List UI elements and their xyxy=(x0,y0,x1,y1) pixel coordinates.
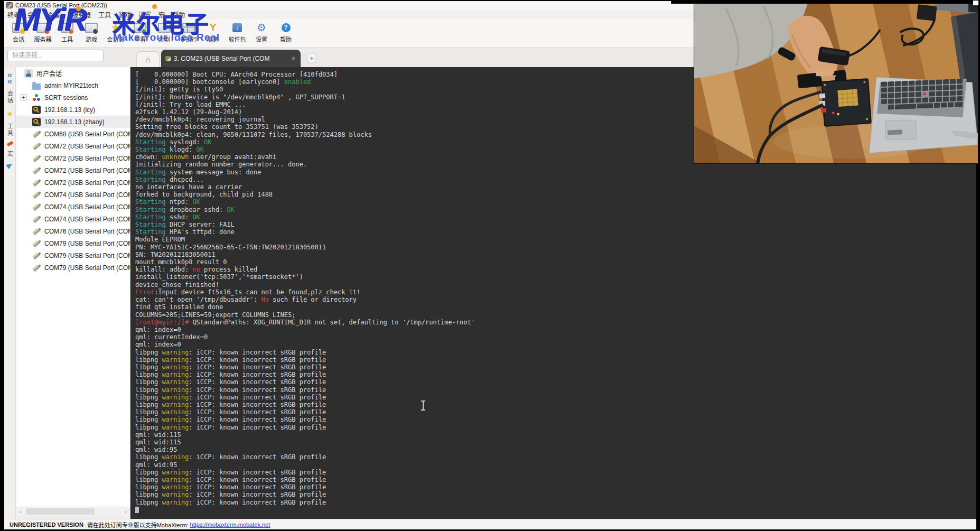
paper-plane-icon[interactable] xyxy=(6,162,14,170)
terminal-line: libpng warning: iCCP: known incorrect sR… xyxy=(135,424,976,431)
split-button[interactable]: 分割 xyxy=(153,21,175,45)
tunnel-button[interactable]: 隧道 xyxy=(202,21,224,45)
terminal-line: Starting system message bus: done xyxy=(135,169,976,176)
folder-button[interactable]: 会话夹 xyxy=(105,21,127,45)
scroll-right-icon[interactable]: › xyxy=(122,507,130,516)
terminal-line: mount mmcblk0p8 result 0 xyxy=(135,258,976,266)
tree-item[interactable]: COM79 (USB Serial Port (COM79) xyxy=(16,237,130,249)
tree-item[interactable]: COM72 (USB Serial Port (COM72) xyxy=(16,164,130,176)
terminal-line: Module EEPROM xyxy=(135,236,976,243)
terminal-line: forked to background, child pid 1488 xyxy=(135,191,976,198)
new-tab-button[interactable]: + xyxy=(306,53,317,63)
terminal-line: [root@myir:/]# QStandardPaths: XDG_RUNTI… xyxy=(135,319,976,326)
menu-item-设置[interactable]: 设置 xyxy=(138,10,151,19)
macro-record-icon[interactable] xyxy=(6,141,13,146)
tree-item-label: 192.168.1.13 (zhaoy) xyxy=(44,118,104,126)
toolbar-button-label: 游戏 xyxy=(86,35,97,43)
toolbar-button-label: 隧道 xyxy=(207,35,219,43)
sidebar-horizontal-scrollbar[interactable]: ‹ › xyxy=(16,507,130,516)
tab-label: 3. COM23 (USB Serial Port (COM xyxy=(174,55,287,62)
tree-item[interactable]: COM79 (USB Serial Port (COM79) xyxy=(16,262,130,274)
terminal-line: qml: wid:115 xyxy=(135,439,976,446)
tree-item[interactable]: COM74 (USB Serial Port (COM74) xyxy=(16,201,130,213)
menu-item-帮助[interactable]: 帮助 xyxy=(172,10,185,19)
tree-item-label: COM79 (USB Serial Port (COM79) xyxy=(44,240,130,247)
tree-item[interactable]: COM79 (USB Serial Port (COM79) xyxy=(16,249,130,262)
tree-item[interactable]: COM72 (USB Serial Port (COM72) xyxy=(16,140,130,152)
tree-item[interactable]: COM74 (USB Serial Port (COM74) xyxy=(16,189,130,201)
menu-item-宏[interactable]: 宏 xyxy=(158,10,165,19)
scrollbar-thumb[interactable] xyxy=(26,508,95,515)
toolbar-button-label: 软件包 xyxy=(229,35,246,43)
tree-item-label: COM79 (USB Serial Port (COM79) xyxy=(44,264,130,272)
menu-item-查看[interactable]: 查看 xyxy=(48,10,60,19)
menu-item-终端[interactable]: 终端 xyxy=(7,10,20,19)
menu-item-会话[interactable]: 会话 xyxy=(27,10,40,19)
tree-item[interactable]: COM74 (USB Serial Port (COM74) xyxy=(16,213,130,225)
serial-icon xyxy=(32,130,41,138)
package-button[interactable]: 软件包 xyxy=(226,21,248,45)
toolbar-button-label: 查看 xyxy=(134,35,146,43)
terminal-line: cat: can't open '/tmp/dbusaddr': No such… xyxy=(135,296,976,303)
terminal-line: Starting sshd: OK xyxy=(135,213,976,221)
scrt-icon xyxy=(32,94,41,102)
tree-item[interactable]: COM68 (USB Serial Port (COM68) xyxy=(16,128,130,140)
tools-button[interactable]: 工具 xyxy=(56,21,78,45)
serial-icon xyxy=(32,227,41,236)
folder-icon xyxy=(32,83,41,90)
package-icon xyxy=(229,21,245,34)
home-tab[interactable]: ⌂ xyxy=(136,51,160,67)
tree-item[interactable]: COM72 (USB Serial Port (COM72) xyxy=(16,176,130,189)
split-icon xyxy=(156,21,172,34)
key-icon xyxy=(32,118,41,126)
tree-item[interactable]: COM72 (USB Serial Port (COM72) xyxy=(16,152,130,164)
server-button[interactable]: 服务器 xyxy=(32,21,54,45)
settings-button[interactable]: 设置 xyxy=(250,21,273,45)
serial-icon xyxy=(32,191,41,199)
tree-item[interactable]: 192.168.1.13 (lcy) xyxy=(16,104,130,116)
rail-tab-sessions[interactable]: 会话 xyxy=(6,90,14,104)
tree-item[interactable]: +SCRT sessions xyxy=(16,91,130,104)
expand-icon[interactable]: + xyxy=(21,95,26,100)
terminal-line: libpng warning: iCCP: known incorrect sR… xyxy=(135,364,976,371)
terminal-line: libpng warning: iCCP: known incorrect sR… xyxy=(135,401,976,408)
tree-item[interactable]: COM76 (USB Serial Port (COM76) xyxy=(16,225,130,237)
session-button[interactable]: 会话 xyxy=(7,21,30,45)
toolbar-button-label: 会话夹 xyxy=(107,35,125,43)
rail-tab-tools[interactable]: 工具 xyxy=(6,123,14,137)
window-corner-remnant xyxy=(973,1,978,5)
tree-item-label: COM74 (USB Serial Port (COM74) xyxy=(44,203,130,211)
multiexec-button[interactable]: 多执行 xyxy=(178,21,200,45)
terminal-line: qml: currentIndex=0 xyxy=(135,333,976,341)
rail-tab-macros[interactable]: 宏 xyxy=(6,151,14,157)
quick-connect-input[interactable]: 快速连接... xyxy=(7,50,104,61)
text-cursor-pointer xyxy=(423,402,424,409)
sidebar-rail: « « 会话 ★ 工具 宏 xyxy=(4,67,16,519)
terminal-line: libpng warning: iCCP: known incorrect sR… xyxy=(135,499,976,506)
menu-item-X服务器[interactable]: X服务器 xyxy=(68,10,91,19)
terminal-line: libpng warning: iCCP: known incorrect sR… xyxy=(135,408,976,416)
screen-top-border xyxy=(671,0,980,4)
serial-icon xyxy=(32,166,41,175)
mobatek-link[interactable]: https://mobaxterm.mobatek.net xyxy=(190,521,270,528)
menu-item-游戏[interactable]: 游戏 xyxy=(118,10,131,19)
toolbar-button-label: 设置 xyxy=(256,35,267,43)
tab-close-icon[interactable]: × xyxy=(290,54,296,62)
serial-icon xyxy=(32,239,41,248)
help-button[interactable]: 帮助 xyxy=(275,21,297,45)
tree-item[interactable]: 192.168.1.13 (zhaoy) xyxy=(16,116,130,128)
serial-icon xyxy=(32,251,41,260)
view-button[interactable]: 查看 xyxy=(129,21,151,45)
games-button[interactable]: 游戏 xyxy=(80,21,102,45)
collapse-sidebar-button2[interactable]: « xyxy=(7,78,12,85)
tree-item-label: SCRT sessions xyxy=(44,94,88,101)
tab-com23[interactable]: 3. COM23 (USB Serial Port (COM × xyxy=(161,50,301,67)
scroll-left-icon[interactable]: ‹ xyxy=(16,507,25,516)
terminal-line: Starting HPA's tftpd: done xyxy=(135,228,976,236)
terminal-line: killall: adbd: no process killed xyxy=(135,266,976,273)
tree-item[interactable]: 用户会话 xyxy=(16,67,130,79)
menu-item-工具[interactable]: 工具 xyxy=(98,10,111,19)
tree-item[interactable]: admin MYIR21tech xyxy=(16,79,130,91)
toolbar-button-label: 多执行 xyxy=(180,35,198,43)
folder-icon xyxy=(108,21,124,34)
